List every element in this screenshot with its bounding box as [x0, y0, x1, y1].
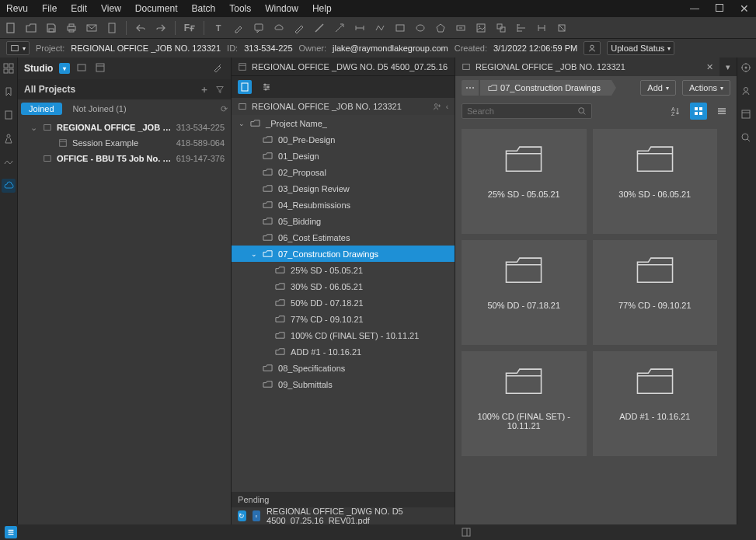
tree-node[interactable]: 02_Proposal	[232, 164, 455, 180]
session-view-icon[interactable]	[95, 62, 107, 75]
markups-list-icon[interactable]	[5, 526, 17, 538]
dimension-icon[interactable]	[354, 22, 366, 34]
tree-node[interactable]: 05_Bidding	[232, 213, 455, 229]
content-tab[interactable]: REGIONAL OFFICE _JOB NO. 123321 ✕	[455, 57, 719, 76]
refresh-icon[interactable]: ⟳	[221, 104, 228, 114]
tree-node[interactable]: 06_Cost Estimates	[232, 229, 455, 246]
document-tab[interactable]: REGIONAL OFFICE _DWG NO. D5 4500_07.25.1…	[232, 57, 455, 76]
studio-dropdown[interactable]: ▾	[59, 63, 70, 74]
window-maximize-icon[interactable]	[714, 3, 725, 14]
image-icon[interactable]	[475, 22, 487, 34]
polyline-icon[interactable]	[374, 22, 386, 34]
print-icon[interactable]	[65, 22, 78, 34]
tab-not-joined[interactable]: Not Joined (1)	[65, 103, 134, 115]
folder-card[interactable]: 100% CD (FINAL SET) - 10.11.21	[462, 351, 587, 456]
menu-file[interactable]: File	[42, 3, 57, 14]
thumbnails-icon[interactable]	[2, 62, 15, 75]
tools-icon[interactable]	[2, 132, 15, 145]
folder-card[interactable]: 30% SD - 06.05.21	[593, 129, 718, 234]
project-dropdown[interactable]: ▾	[6, 41, 30, 55]
sort-icon[interactable]: AZ	[667, 103, 684, 120]
group-icon[interactable]	[495, 22, 507, 34]
tree-node[interactable]: 77% CD - 09.10.21	[232, 311, 455, 327]
file-icon[interactable]	[2, 109, 15, 121]
redo-icon[interactable]	[155, 22, 167, 34]
tree-node[interactable]: 03_Design Review	[232, 180, 455, 197]
actions-button[interactable]: Actions▾	[682, 80, 730, 96]
cloud-icon[interactable]	[273, 22, 285, 34]
email-icon[interactable]	[85, 22, 98, 34]
tree-node[interactable]: ADD #1 - 10.16.21	[232, 343, 455, 360]
chevron-left-icon[interactable]: ‹	[446, 103, 448, 111]
tree-node[interactable]: 00_Pre-Design	[232, 131, 455, 148]
text-tool-icon[interactable]: T	[212, 22, 225, 34]
page-icon[interactable]	[106, 22, 118, 34]
tree-node[interactable]: ⌄07_Construction Drawings	[232, 246, 455, 262]
font-icon[interactable]: Fғ	[183, 22, 196, 34]
breadcrumb-root[interactable]: ⋯	[462, 80, 479, 96]
stamp-icon[interactable]	[455, 22, 467, 34]
arrow-icon[interactable]	[333, 22, 346, 34]
menu-window[interactable]: Window	[265, 3, 298, 14]
signature-icon[interactable]	[2, 155, 15, 168]
window-minimize-icon[interactable]: —	[689, 3, 700, 14]
open-icon[interactable]	[25, 22, 37, 34]
window-close-icon[interactable]: ✕	[739, 2, 750, 15]
tree-node[interactable]: 04_Resubmissions	[232, 197, 455, 213]
tree-node[interactable]: 25% SD - 05.05.21	[232, 262, 455, 278]
search-field[interactable]	[462, 103, 592, 119]
folder-card[interactable]: 50% DD - 07.18.21	[462, 240, 587, 345]
tree-node[interactable]: 08_Specifications	[232, 360, 455, 376]
highlight-icon[interactable]	[232, 22, 245, 34]
pending-file-row[interactable]: ↻ ▫ REGIONAL OFFICE _DWG NO. D5 4500_07.…	[232, 507, 455, 524]
explorer-doc-icon[interactable]	[238, 80, 252, 94]
menu-revu[interactable]: Revu	[6, 3, 28, 14]
project-view-icon[interactable]	[76, 62, 89, 75]
list-view-icon[interactable]	[713, 103, 730, 120]
layers-right-icon[interactable]	[740, 109, 753, 121]
undo-icon[interactable]	[134, 22, 147, 34]
search-icon[interactable]	[577, 106, 587, 116]
rect-icon[interactable]	[394, 22, 406, 34]
misc-icon[interactable]	[556, 22, 568, 34]
menu-batch[interactable]: Batch	[192, 3, 216, 14]
tree-node[interactable]: 100% CD (FINAL SET) - 10.11.21	[232, 327, 455, 343]
tree-node[interactable]: 01_Design	[232, 148, 455, 164]
menu-tools[interactable]: Tools	[229, 3, 251, 14]
expand-icon[interactable]: ⌄	[238, 120, 246, 127]
tree-node[interactable]: 50% DD - 07.18.21	[232, 294, 455, 311]
menu-view[interactable]: View	[101, 3, 121, 14]
users-icon[interactable]	[740, 85, 753, 98]
line-icon[interactable]	[313, 22, 326, 34]
pen-icon[interactable]	[293, 22, 305, 34]
tab-overflow-icon[interactable]: ▾	[719, 62, 737, 72]
add-project-icon[interactable]: ＋	[200, 83, 209, 96]
add-button[interactable]: Add▾	[640, 80, 676, 96]
note-icon[interactable]	[253, 22, 265, 34]
close-tab-icon[interactable]: ✕	[706, 62, 713, 72]
breadcrumb-item[interactable]: 07_Construction Drawings	[480, 80, 611, 96]
filter-icon[interactable]	[215, 85, 225, 94]
align-icon[interactable]	[515, 22, 528, 34]
menu-document[interactable]: Document	[135, 3, 178, 14]
menu-help[interactable]: Help	[312, 3, 332, 14]
menu-edit[interactable]: Edit	[71, 3, 87, 14]
tree-node[interactable]: 09_Submittals	[232, 376, 455, 392]
snap-icon[interactable]	[535, 22, 548, 34]
panel-toggle-icon[interactable]	[461, 527, 472, 538]
settings-icon[interactable]	[212, 62, 225, 75]
search-right-icon[interactable]	[740, 132, 753, 145]
folder-card[interactable]: ADD #1 - 10.16.21	[593, 351, 718, 456]
folder-card[interactable]: 25% SD - 05.05.21	[462, 129, 587, 234]
new-icon[interactable]	[5, 22, 17, 34]
upload-status-dropdown[interactable]: Upload Status▾	[607, 41, 674, 55]
tree-node[interactable]: ⌄_Project Name_	[232, 115, 455, 131]
polygon-icon[interactable]	[434, 22, 447, 34]
save-icon[interactable]	[45, 22, 57, 34]
search-input[interactable]	[467, 106, 574, 116]
ellipse-icon[interactable]	[414, 22, 427, 34]
folder-card[interactable]: 77% CD - 09.10.21	[593, 240, 718, 345]
studio-icon[interactable]	[2, 179, 16, 193]
project-row[interactable]: ⌄REGIONAL OFFICE _JOB NO. 123321313-534-…	[18, 120, 231, 135]
expand-icon[interactable]: ⌄	[30, 123, 40, 133]
